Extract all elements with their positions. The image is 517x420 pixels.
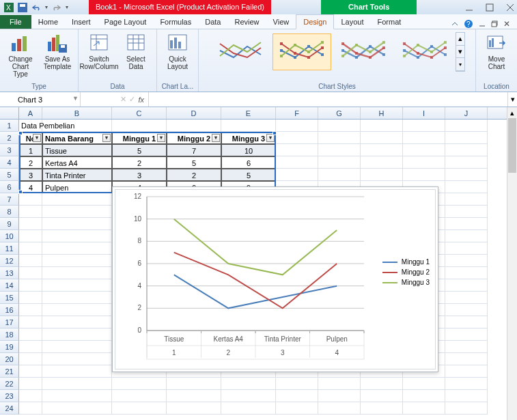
cell[interactable] <box>445 316 488 328</box>
cell[interactable] <box>361 144 403 156</box>
cell[interactable]: Data Pembelian <box>19 120 42 132</box>
cell[interactable] <box>445 169 488 181</box>
row-header[interactable]: 23 <box>0 390 19 402</box>
cell[interactable] <box>112 390 167 402</box>
close-icon[interactable] <box>506 3 514 12</box>
cell[interactable] <box>221 390 276 402</box>
cell[interactable] <box>445 230 488 242</box>
cell[interactable] <box>318 378 361 390</box>
cell[interactable] <box>403 402 445 415</box>
name-box[interactable]: ▼ <box>0 92 81 107</box>
cell[interactable] <box>42 292 112 304</box>
cell[interactable] <box>445 144 488 156</box>
name-box-input[interactable] <box>3 96 57 104</box>
col-I[interactable]: I <box>403 107 445 119</box>
tab-layout[interactable]: Layout <box>334 15 370 29</box>
cell[interactable] <box>42 328 112 341</box>
chart-style-1[interactable] <box>211 33 270 70</box>
row-header[interactable]: 15 <box>0 292 19 304</box>
row-header[interactable]: 24 <box>0 402 19 415</box>
cell[interactable] <box>361 378 403 390</box>
row-header[interactable]: 19 <box>0 341 19 353</box>
cell[interactable]: 5 <box>221 169 276 181</box>
help-icon[interactable]: ? <box>464 19 473 29</box>
cell[interactable] <box>403 390 445 402</box>
chart-style-3[interactable] <box>334 33 393 70</box>
cell[interactable] <box>276 169 318 181</box>
cell[interactable] <box>361 402 403 415</box>
move-chart-button[interactable]: MoveChart <box>480 32 513 70</box>
row-header[interactable]: 18 <box>0 328 19 341</box>
cell[interactable] <box>361 169 403 181</box>
cell[interactable] <box>445 242 488 255</box>
cell[interactable] <box>318 390 361 402</box>
cell[interactable] <box>276 156 318 169</box>
cell[interactable] <box>445 353 488 365</box>
cell[interactable] <box>42 193 112 206</box>
cell[interactable] <box>42 255 112 267</box>
undo-icon[interactable] <box>31 3 41 12</box>
cell[interactable]: Pulpen <box>42 181 112 193</box>
tab-insert[interactable]: Insert <box>65 15 98 29</box>
name-box-dropdown-icon[interactable]: ▼ <box>72 95 79 102</box>
cancel-formula-icon[interactable]: ✕ <box>120 95 126 104</box>
cell[interactable] <box>403 169 445 181</box>
cell[interactable]: Minggu 1 <box>112 132 167 144</box>
cell[interactable] <box>445 365 488 378</box>
cell[interactable]: 3 <box>112 169 167 181</box>
filter-dropdown-icon[interactable] <box>102 134 111 142</box>
excel-icon[interactable]: X <box>4 3 14 12</box>
fx-icon[interactable]: fx <box>138 96 144 104</box>
cell[interactable]: 7 <box>167 144 221 156</box>
select-all-corner[interactable] <box>0 107 19 119</box>
cell[interactable] <box>42 279 112 292</box>
cell[interactable] <box>445 378 488 390</box>
cell[interactable]: 4 <box>19 181 42 193</box>
minimize-ribbon-icon[interactable] <box>451 20 458 27</box>
cell[interactable] <box>361 120 403 132</box>
cell[interactable] <box>19 304 42 316</box>
window-close-small-icon[interactable]: ✕ <box>503 19 510 29</box>
cell[interactable] <box>445 328 488 341</box>
cell[interactable]: Minggu 3 <box>221 132 276 144</box>
cell[interactable] <box>19 230 42 242</box>
col-C[interactable]: C <box>112 107 167 119</box>
cell[interactable] <box>42 230 112 242</box>
col-E[interactable]: E <box>221 107 276 119</box>
tab-file[interactable]: File <box>0 15 31 29</box>
filter-dropdown-icon[interactable] <box>157 134 165 142</box>
save-as-template-button[interactable]: Save AsTemplate <box>41 32 74 78</box>
cell[interactable]: Nama Barang <box>42 132 112 144</box>
cell[interactable] <box>318 156 361 169</box>
cell[interactable]: 1 <box>19 144 42 156</box>
cell[interactable] <box>42 365 112 378</box>
row-header[interactable]: 3 <box>0 144 19 156</box>
cell[interactable] <box>445 267 488 279</box>
cell[interactable] <box>19 267 42 279</box>
cell[interactable] <box>19 402 42 415</box>
cell[interactable] <box>445 206 488 218</box>
cell[interactable] <box>19 328 42 341</box>
window-restore-icon[interactable] <box>491 20 498 27</box>
cell[interactable] <box>167 402 221 415</box>
row-header[interactable]: 1 <box>0 120 19 132</box>
col-F[interactable]: F <box>276 107 318 119</box>
tab-page-layout[interactable]: Page Layout <box>98 15 154 29</box>
cell[interactable] <box>403 120 445 132</box>
cell[interactable]: Tinta Printer <box>42 169 112 181</box>
minimize-icon[interactable] <box>465 3 473 12</box>
cell[interactable] <box>318 144 361 156</box>
row-header[interactable]: 17 <box>0 316 19 328</box>
row-header[interactable]: 6 <box>0 181 19 193</box>
cell[interactable] <box>19 279 42 292</box>
row-header[interactable]: 21 <box>0 365 19 378</box>
cell[interactable] <box>19 316 42 328</box>
tab-design[interactable]: Design <box>296 14 334 29</box>
cell[interactable] <box>445 341 488 353</box>
cell[interactable] <box>42 390 112 402</box>
cell[interactable] <box>167 120 221 132</box>
styles-more-icon[interactable]: ▾ <box>456 58 464 71</box>
enter-formula-icon[interactable]: ✓ <box>129 95 135 104</box>
cell[interactable]: 2 <box>112 156 167 169</box>
row-header[interactable]: 11 <box>0 242 19 255</box>
